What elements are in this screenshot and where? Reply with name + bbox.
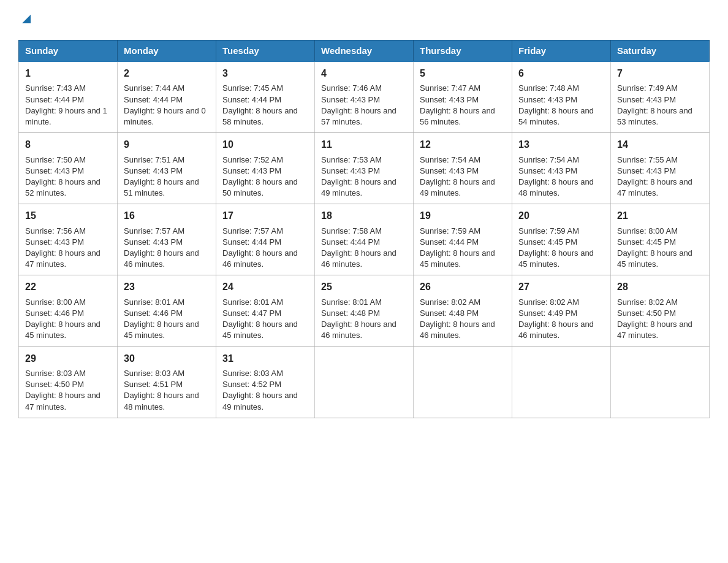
calendar-cell: 5Sunrise: 7:47 AMSunset: 4:43 PMDaylight… <box>414 61 512 133</box>
calendar-cell: 17Sunrise: 7:57 AMSunset: 4:44 PMDayligh… <box>216 204 315 275</box>
calendar-cell: 11Sunrise: 7:53 AMSunset: 4:43 PMDayligh… <box>315 133 414 204</box>
logo <box>18 12 33 28</box>
day-info: Sunrise: 7:56 AMSunset: 4:43 PMDaylight:… <box>25 226 100 269</box>
day-info: Sunrise: 8:02 AMSunset: 4:48 PMDaylight:… <box>420 297 495 340</box>
day-number: 22 <box>25 280 111 294</box>
day-info: Sunrise: 8:01 AMSunset: 4:46 PMDaylight:… <box>124 297 199 340</box>
week-row-1: 1Sunrise: 7:43 AMSunset: 4:44 PMDaylight… <box>19 61 710 133</box>
day-number: 10 <box>222 138 308 151</box>
calendar-cell: 21Sunrise: 8:00 AMSunset: 4:45 PMDayligh… <box>611 204 710 275</box>
svg-marker-0 <box>22 15 31 23</box>
calendar-cell: 20Sunrise: 7:59 AMSunset: 4:45 PMDayligh… <box>512 204 611 275</box>
calendar-cell: 30Sunrise: 8:03 AMSunset: 4:51 PMDayligh… <box>118 347 216 418</box>
day-number: 31 <box>222 352 308 366</box>
day-number: 17 <box>222 209 308 223</box>
calendar-cell: 9Sunrise: 7:51 AMSunset: 4:43 PMDaylight… <box>118 133 216 204</box>
day-info: Sunrise: 8:02 AMSunset: 4:49 PMDaylight:… <box>518 297 594 340</box>
day-number: 25 <box>321 280 407 294</box>
day-number: 24 <box>222 280 308 294</box>
calendar-cell: 6Sunrise: 7:48 AMSunset: 4:43 PMDaylight… <box>512 61 611 133</box>
day-number: 19 <box>420 209 506 223</box>
day-info: Sunrise: 7:44 AMSunset: 4:44 PMDaylight:… <box>124 83 206 126</box>
day-number: 11 <box>321 138 407 151</box>
calendar-cell: 18Sunrise: 7:58 AMSunset: 4:44 PMDayligh… <box>315 204 414 275</box>
day-info: Sunrise: 7:50 AMSunset: 4:43 PMDaylight:… <box>25 155 100 198</box>
week-row-3: 15Sunrise: 7:56 AMSunset: 4:43 PMDayligh… <box>19 204 710 275</box>
day-number: 28 <box>617 280 703 294</box>
day-info: Sunrise: 8:03 AMSunset: 4:52 PMDaylight:… <box>222 369 298 412</box>
logo-triangle-icon <box>20 12 33 26</box>
week-row-4: 22Sunrise: 8:00 AMSunset: 4:46 PMDayligh… <box>19 275 710 347</box>
day-number: 12 <box>420 138 506 151</box>
calendar-cell: 3Sunrise: 7:45 AMSunset: 4:44 PMDaylight… <box>216 61 315 133</box>
header-monday: Monday <box>118 40 216 62</box>
calendar-cell: 23Sunrise: 8:01 AMSunset: 4:46 PMDayligh… <box>118 275 216 347</box>
day-info: Sunrise: 8:00 AMSunset: 4:46 PMDaylight:… <box>25 297 100 340</box>
header <box>18 12 710 28</box>
day-info: Sunrise: 7:58 AMSunset: 4:44 PMDaylight:… <box>321 226 396 269</box>
calendar-cell: 15Sunrise: 7:56 AMSunset: 4:43 PMDayligh… <box>19 204 118 275</box>
day-number: 7 <box>617 67 703 80</box>
day-number: 13 <box>518 138 604 151</box>
calendar-table: SundayMondayTuesdayWednesdayThursdayFrid… <box>18 40 710 418</box>
calendar-cell: 1Sunrise: 7:43 AMSunset: 4:44 PMDaylight… <box>19 61 118 133</box>
calendar-cell: 7Sunrise: 7:49 AMSunset: 4:43 PMDaylight… <box>611 61 710 133</box>
week-row-2: 8Sunrise: 7:50 AMSunset: 4:43 PMDaylight… <box>19 133 710 204</box>
calendar-cell: 4Sunrise: 7:46 AMSunset: 4:43 PMDaylight… <box>315 61 414 133</box>
calendar-cell: 12Sunrise: 7:54 AMSunset: 4:43 PMDayligh… <box>414 133 512 204</box>
day-info: Sunrise: 8:03 AMSunset: 4:50 PMDaylight:… <box>25 369 100 412</box>
header-thursday: Thursday <box>414 40 512 62</box>
day-number: 30 <box>124 352 210 366</box>
day-info: Sunrise: 7:53 AMSunset: 4:43 PMDaylight:… <box>321 155 396 198</box>
day-number: 16 <box>124 209 210 223</box>
day-number: 14 <box>617 138 703 151</box>
day-number: 20 <box>518 209 604 223</box>
calendar-header-row: SundayMondayTuesdayWednesdayThursdayFrid… <box>19 40 710 62</box>
header-sunday: Sunday <box>19 40 118 62</box>
day-number: 18 <box>321 209 407 223</box>
calendar-cell <box>512 347 611 418</box>
day-info: Sunrise: 8:03 AMSunset: 4:51 PMDaylight:… <box>124 369 199 412</box>
day-info: Sunrise: 7:47 AMSunset: 4:43 PMDaylight:… <box>420 83 495 126</box>
day-number: 6 <box>518 67 604 80</box>
header-saturday: Saturday <box>611 40 710 62</box>
day-info: Sunrise: 7:54 AMSunset: 4:43 PMDaylight:… <box>518 155 594 198</box>
calendar-cell: 16Sunrise: 7:57 AMSunset: 4:43 PMDayligh… <box>118 204 216 275</box>
day-number: 1 <box>25 67 111 80</box>
calendar-cell: 22Sunrise: 8:00 AMSunset: 4:46 PMDayligh… <box>19 275 118 347</box>
day-info: Sunrise: 7:52 AMSunset: 4:43 PMDaylight:… <box>222 155 298 198</box>
calendar-cell: 2Sunrise: 7:44 AMSunset: 4:44 PMDaylight… <box>118 61 216 133</box>
calendar-cell: 24Sunrise: 8:01 AMSunset: 4:47 PMDayligh… <box>216 275 315 347</box>
calendar-cell: 8Sunrise: 7:50 AMSunset: 4:43 PMDaylight… <box>19 133 118 204</box>
day-info: Sunrise: 8:01 AMSunset: 4:47 PMDaylight:… <box>222 297 298 340</box>
day-info: Sunrise: 7:54 AMSunset: 4:43 PMDaylight:… <box>420 155 495 198</box>
day-info: Sunrise: 7:59 AMSunset: 4:45 PMDaylight:… <box>518 226 594 269</box>
day-number: 29 <box>25 352 111 366</box>
day-number: 5 <box>420 67 506 80</box>
header-friday: Friday <box>512 40 611 62</box>
day-number: 21 <box>617 209 703 223</box>
day-info: Sunrise: 8:02 AMSunset: 4:50 PMDaylight:… <box>617 297 692 340</box>
day-number: 9 <box>124 138 210 151</box>
day-info: Sunrise: 7:45 AMSunset: 4:44 PMDaylight:… <box>222 83 298 126</box>
day-number: 3 <box>222 67 308 80</box>
day-number: 2 <box>124 67 210 80</box>
calendar-cell: 19Sunrise: 7:59 AMSunset: 4:44 PMDayligh… <box>414 204 512 275</box>
day-info: Sunrise: 7:49 AMSunset: 4:43 PMDaylight:… <box>617 83 692 126</box>
day-info: Sunrise: 8:00 AMSunset: 4:45 PMDaylight:… <box>617 226 692 269</box>
calendar-cell: 28Sunrise: 8:02 AMSunset: 4:50 PMDayligh… <box>611 275 710 347</box>
day-number: 8 <box>25 138 111 151</box>
calendar-cell: 14Sunrise: 7:55 AMSunset: 4:43 PMDayligh… <box>611 133 710 204</box>
week-row-5: 29Sunrise: 8:03 AMSunset: 4:50 PMDayligh… <box>19 347 710 418</box>
day-number: 15 <box>25 209 111 223</box>
calendar-cell <box>414 347 512 418</box>
day-info: Sunrise: 8:01 AMSunset: 4:48 PMDaylight:… <box>321 297 396 340</box>
header-wednesday: Wednesday <box>315 40 414 62</box>
day-number: 26 <box>420 280 506 294</box>
calendar-cell: 27Sunrise: 8:02 AMSunset: 4:49 PMDayligh… <box>512 275 611 347</box>
day-info: Sunrise: 7:43 AMSunset: 4:44 PMDaylight:… <box>25 83 107 126</box>
calendar-cell: 31Sunrise: 8:03 AMSunset: 4:52 PMDayligh… <box>216 347 315 418</box>
day-info: Sunrise: 7:48 AMSunset: 4:43 PMDaylight:… <box>518 83 594 126</box>
header-tuesday: Tuesday <box>216 40 315 62</box>
calendar-cell <box>611 347 710 418</box>
